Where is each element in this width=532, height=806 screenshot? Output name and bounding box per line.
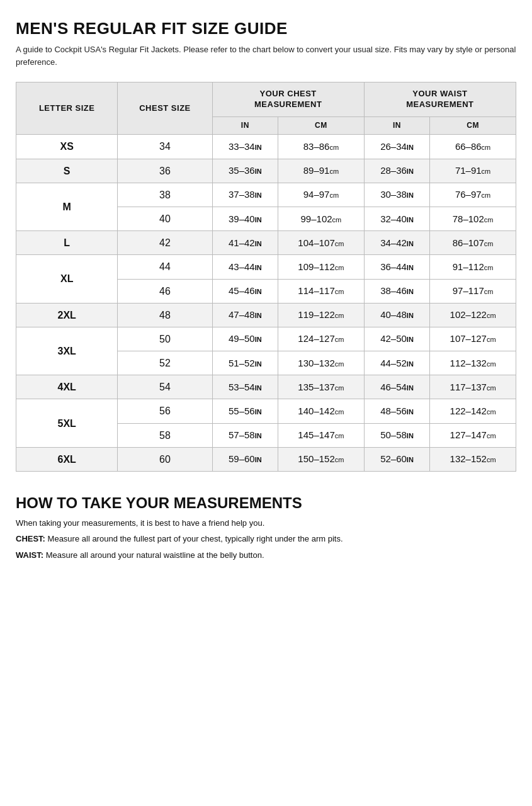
waist-cm-cell: 66–86cm <box>430 135 516 159</box>
chest-cm-cell: 114–117cm <box>278 279 365 303</box>
chest-cm-cell: 130–132cm <box>278 351 365 375</box>
chest-in-cell: 55–56IN <box>212 399 278 423</box>
chest-cm-cell: 99–102cm <box>278 207 365 230</box>
chest-in-cell: 33–34IN <box>212 135 278 159</box>
page-subtitle: A guide to Cockpit USA's Regular Fit Jac… <box>16 43 516 68</box>
chest-in-cell: 47–48IN <box>212 303 278 327</box>
letter-size-cell: 5XL <box>16 399 118 447</box>
waist-in-cell: 36–44IN <box>364 255 429 279</box>
chest-in-cell: 39–40IN <box>212 207 278 230</box>
waist-cm-cell: 122–142cm <box>430 399 516 423</box>
sub-col-waist-in: IN <box>364 116 429 135</box>
chest-size-cell: 44 <box>118 255 212 279</box>
chest-size-cell: 60 <box>118 447 212 471</box>
waist-in-cell: 26–34IN <box>364 135 429 159</box>
chest-cm-cell: 145–147cm <box>278 423 365 447</box>
chest-size-cell: 54 <box>118 375 212 399</box>
letter-size-cell: M <box>16 183 118 230</box>
chest-in-cell: 43–44IN <box>212 255 278 279</box>
chest-cm-cell: 104–107cm <box>278 231 365 255</box>
waist-in-cell: 40–48IN <box>364 303 429 327</box>
chest-size-cell: 42 <box>118 231 212 255</box>
how-to-waist: WAIST: Measure all around your natural w… <box>16 549 516 562</box>
col-header-chest-measurement: YOUR CHESTMEASUREMENT <box>212 82 364 117</box>
chest-size-cell: 48 <box>118 303 212 327</box>
waist-in-cell: 38–46IN <box>364 279 429 303</box>
chest-size-cell: 40 <box>118 207 212 230</box>
chest-cm-cell: 109–112cm <box>278 255 365 279</box>
chest-size-cell: 46 <box>118 279 212 303</box>
chest-in-cell: 41–42IN <box>212 231 278 255</box>
letter-size-cell: 2XL <box>16 303 118 327</box>
chest-size-cell: 34 <box>118 135 212 159</box>
chest-in-cell: 53–54IN <box>212 375 278 399</box>
chest-cm-cell: 94–97cm <box>278 183 365 207</box>
chest-size-cell: 38 <box>118 183 212 207</box>
chest-cm-cell: 150–152cm <box>278 447 365 471</box>
waist-cm-cell: 112–132cm <box>430 351 516 375</box>
waist-cm-cell: 76–97cm <box>430 183 516 207</box>
chest-cm-cell: 89–91cm <box>278 159 365 183</box>
letter-size-cell: 6XL <box>16 447 118 471</box>
waist-in-cell: 28–36IN <box>364 159 429 183</box>
chest-size-cell: 52 <box>118 351 212 375</box>
waist-cm-cell: 107–127cm <box>430 327 516 351</box>
chest-in-cell: 35–36IN <box>212 159 278 183</box>
chest-size-cell: 56 <box>118 399 212 423</box>
col-header-chest-size: CHEST SIZE <box>118 82 212 135</box>
letter-size-cell: XS <box>16 135 118 159</box>
chest-cm-cell: 119–122cm <box>278 303 365 327</box>
chest-cm-cell: 140–142cm <box>278 399 365 423</box>
chest-in-cell: 49–50IN <box>212 327 278 351</box>
letter-size-cell: L <box>16 231 118 255</box>
chest-cm-cell: 124–127cm <box>278 327 365 351</box>
how-to-chest: CHEST: Measure all around the fullest pa… <box>16 533 516 545</box>
chest-size-cell: 36 <box>118 159 212 183</box>
sub-col-chest-cm: CM <box>278 116 365 135</box>
col-header-waist-measurement: YOUR WAISTMEASUREMENT <box>364 82 516 117</box>
letter-size-cell: S <box>16 159 118 183</box>
waist-cm-cell: 132–152cm <box>430 447 516 471</box>
waist-in-cell: 50–58IN <box>364 423 429 447</box>
how-to-intro: When taking your measurements, it is bes… <box>16 518 516 528</box>
chest-in-cell: 57–58IN <box>212 423 278 447</box>
waist-cm-cell: 117–137cm <box>430 375 516 399</box>
chest-cm-cell: 135–137cm <box>278 375 365 399</box>
letter-size-cell: 3XL <box>16 327 118 375</box>
letter-size-cell: XL <box>16 255 118 303</box>
how-to-items: CHEST: Measure all around the fullest pa… <box>16 533 516 561</box>
waist-in-cell: 32–40IN <box>364 207 429 230</box>
waist-cm-cell: 78–102cm <box>430 207 516 230</box>
size-guide-table: LETTER SIZE CHEST SIZE YOUR CHESTMEASURE… <box>16 82 516 472</box>
waist-cm-cell: 86–107cm <box>430 231 516 255</box>
waist-cm-cell: 71–91cm <box>430 159 516 183</box>
waist-in-cell: 48–56IN <box>364 399 429 423</box>
chest-cm-cell: 83–86cm <box>278 135 365 159</box>
chest-in-cell: 45–46IN <box>212 279 278 303</box>
waist-cm-cell: 97–117cm <box>430 279 516 303</box>
chest-in-cell: 37–38IN <box>212 183 278 207</box>
chest-in-cell: 51–52IN <box>212 351 278 375</box>
chest-in-cell: 59–60IN <box>212 447 278 471</box>
col-header-letter-size: LETTER SIZE <box>16 82 118 135</box>
waist-cm-cell: 102–122cm <box>430 303 516 327</box>
chest-size-cell: 58 <box>118 423 212 447</box>
waist-in-cell: 44–52IN <box>364 351 429 375</box>
waist-in-cell: 46–54IN <box>364 375 429 399</box>
chest-size-cell: 50 <box>118 327 212 351</box>
letter-size-cell: 4XL <box>16 375 118 399</box>
waist-cm-cell: 91–112cm <box>430 255 516 279</box>
waist-in-cell: 42–50IN <box>364 327 429 351</box>
sub-col-chest-in: IN <box>212 116 278 135</box>
waist-in-cell: 34–42IN <box>364 231 429 255</box>
waist-in-cell: 30–38IN <box>364 183 429 207</box>
waist-cm-cell: 127–147cm <box>430 423 516 447</box>
sub-col-waist-cm: CM <box>430 116 516 135</box>
page-title: MEN'S REGULAR FIT SIZE GUIDE <box>16 19 516 38</box>
waist-in-cell: 52–60IN <box>364 447 429 471</box>
how-to-title: HOW TO TAKE YOUR MEASUREMENTS <box>16 494 516 512</box>
